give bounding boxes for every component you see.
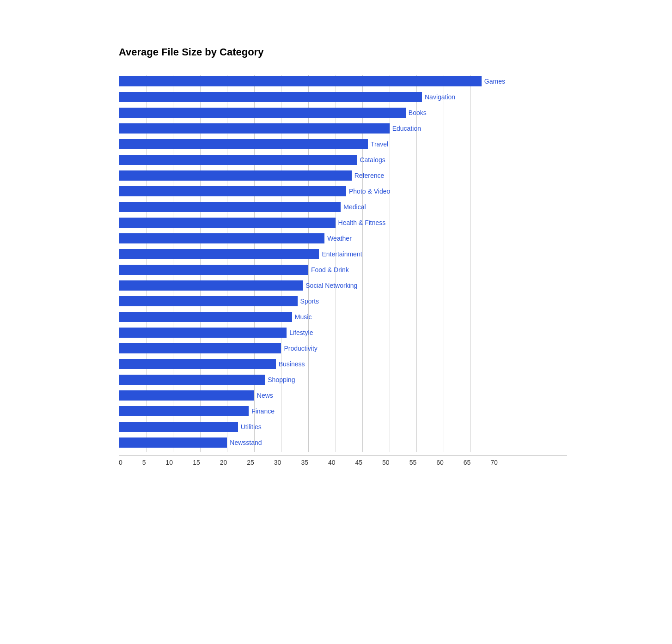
x-axis-tick-label: 0 xyxy=(119,459,122,466)
bar xyxy=(119,123,390,134)
chart-title: Average File Size by Category xyxy=(119,46,567,58)
bar xyxy=(119,249,319,259)
bar xyxy=(119,390,254,401)
bar xyxy=(119,139,368,149)
bar xyxy=(119,170,352,181)
bar-row: Photo & Video xyxy=(119,185,567,198)
bar-row: News xyxy=(119,389,567,402)
chart-container: Average File Size by Category GamesNavig… xyxy=(82,28,590,494)
x-axis-tick-label: 55 xyxy=(409,459,417,466)
bar xyxy=(119,280,303,291)
bar-row: Weather xyxy=(119,232,567,245)
bar xyxy=(119,233,324,243)
bar-row: Sports xyxy=(119,295,567,308)
x-axis-tick-label: 25 xyxy=(247,459,254,466)
bar-label: Utilities xyxy=(241,423,262,431)
bar-label: Sports xyxy=(300,298,319,305)
bar-label: Books xyxy=(409,109,427,116)
x-axis-tick-label: 30 xyxy=(274,459,281,466)
x-axis-labels: 0510152025303540455055606570 xyxy=(119,459,498,466)
bar-row: Food & Drink xyxy=(119,263,567,276)
bar-row: Catalogs xyxy=(119,153,567,166)
bar-row: Lifestyle xyxy=(119,326,567,339)
x-axis-tick-label: 10 xyxy=(166,459,173,466)
bar-row: Newsstand xyxy=(119,436,567,449)
x-axis-tick-label: 70 xyxy=(490,459,498,466)
bar xyxy=(119,92,422,102)
bar xyxy=(119,186,346,196)
chart-area: GamesNavigationBooksEducationTravelCatal… xyxy=(119,75,567,466)
bar-row: Books xyxy=(119,106,567,119)
bar-label: Shopping xyxy=(268,376,295,383)
bar xyxy=(119,312,292,322)
bar xyxy=(119,375,265,385)
bar-row: Entertainment xyxy=(119,248,567,261)
bar-label: Navigation xyxy=(425,93,455,101)
bar xyxy=(119,359,276,369)
bar-label: Music xyxy=(295,313,312,321)
bar-label: News xyxy=(257,392,273,399)
x-axis xyxy=(119,456,567,456)
bar xyxy=(119,296,298,306)
bar-row: Reference xyxy=(119,169,567,182)
bar-row: Social Networking xyxy=(119,279,567,292)
bar-label: Catalogs xyxy=(360,156,385,164)
x-axis-tick-label: 5 xyxy=(142,459,146,466)
x-axis-tick-label: 65 xyxy=(464,459,471,466)
bar-label: Lifestyle xyxy=(289,329,313,336)
bar-row: Productivity xyxy=(119,342,567,355)
bar xyxy=(119,202,341,212)
bar-label: Social Networking xyxy=(305,282,357,289)
bar xyxy=(119,265,308,275)
bar-row: Finance xyxy=(119,405,567,418)
bar-row: Education xyxy=(119,122,567,135)
bar xyxy=(119,108,406,118)
bar-row: Travel xyxy=(119,138,567,151)
x-axis-tick-label: 60 xyxy=(436,459,444,466)
bar-row: Medical xyxy=(119,200,567,213)
x-axis-tick-label: 45 xyxy=(355,459,363,466)
bar xyxy=(119,155,357,165)
bar-label: Business xyxy=(279,360,305,368)
bar-row: Utilities xyxy=(119,420,567,433)
grid-container: GamesNavigationBooksEducationTravelCatal… xyxy=(119,75,567,452)
x-axis-tick-label: 35 xyxy=(301,459,308,466)
bar-label: Education xyxy=(392,125,421,132)
bar-label: Entertainment xyxy=(322,250,362,258)
bar xyxy=(119,343,281,353)
x-axis-tick-label: 15 xyxy=(193,459,200,466)
bar xyxy=(119,76,482,86)
bar-label: Weather xyxy=(327,235,352,242)
bar-label: Reference xyxy=(354,172,385,179)
bar-label: Medical xyxy=(343,203,366,211)
bar-label: Food & Drink xyxy=(311,266,349,273)
bar xyxy=(119,218,336,228)
x-axis-tick-label: 40 xyxy=(328,459,336,466)
bar-row: Games xyxy=(119,75,567,88)
bar-row: Shopping xyxy=(119,373,567,386)
bar-label: Productivity xyxy=(284,345,317,352)
bar-label: Health & Fitness xyxy=(338,219,386,226)
bar xyxy=(119,406,249,416)
x-axis-tick-label: 20 xyxy=(220,459,227,466)
bar-label: Photo & Video xyxy=(349,188,390,195)
bar-row: Music xyxy=(119,310,567,323)
bar-label: Games xyxy=(484,78,505,85)
bar xyxy=(119,437,227,448)
x-axis-tick-label: 50 xyxy=(382,459,390,466)
bar-row: Navigation xyxy=(119,91,567,103)
bar-label: Travel xyxy=(371,140,388,148)
bar-label: Newsstand xyxy=(230,439,262,446)
bar-row: Health & Fitness xyxy=(119,216,567,229)
bar-row: Business xyxy=(119,358,567,371)
bar xyxy=(119,328,287,338)
bar xyxy=(119,422,238,432)
bar-label: Finance xyxy=(251,407,275,415)
bars-wrapper: GamesNavigationBooksEducationTravelCatal… xyxy=(119,75,567,449)
